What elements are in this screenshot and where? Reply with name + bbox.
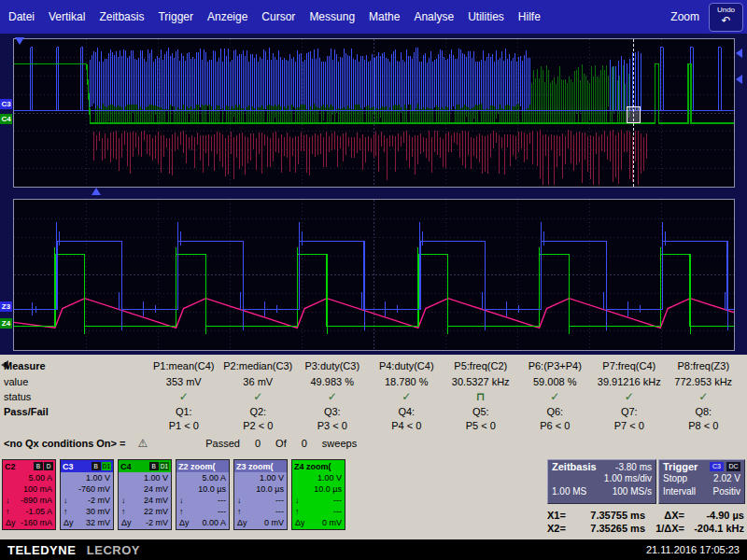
descriptor-c4[interactable]: C4BD11.00 V24 mV↓24 mV↑22 mVΔy-2 mV <box>118 459 172 530</box>
timebase-title: Zeitbasis <box>552 461 597 472</box>
trigger-mode: Stopp <box>663 472 687 485</box>
measure-condition-p5[interactable]: P5 < 0 <box>444 420 518 431</box>
measure-status-p5: ⊓ <box>444 390 518 403</box>
descriptor-row-value: 1.00 V <box>260 472 284 483</box>
descriptor-row-value: -1.05 A <box>25 506 52 517</box>
descriptor-row-value: -890 mA <box>21 495 52 506</box>
menu-item-hilfe[interactable]: Hilfe <box>518 10 541 23</box>
measure-condition-p7[interactable]: P7 < 0 <box>592 420 667 431</box>
measure-q-p4[interactable]: Q4: <box>370 406 444 417</box>
descriptor-title: C3 <box>63 462 74 471</box>
trigger-position-marker[interactable] <box>92 188 101 195</box>
descriptor-row-value: -2 mV <box>146 517 168 528</box>
cursor-marker[interactable] <box>627 106 641 123</box>
descriptor-z4[interactable]: Z4 zoom(1.00 V10.0 µs↓---↑---Δy0 mV <box>291 459 345 530</box>
measure-value-p6: 59.008 % <box>518 376 593 387</box>
descriptor-row-value: -160 mA <box>21 517 52 528</box>
x1-value: 7.35755 ms <box>575 510 645 521</box>
measure-param-p8[interactable]: P8:freq(Z3) <box>667 360 741 371</box>
descriptor-row-value: 24 mV <box>144 495 168 506</box>
inv-dx-value: -204.1 kHz <box>684 523 744 534</box>
warning-icon: ⚠ <box>138 437 148 450</box>
trigger-descriptor[interactable]: Trigger C3 DC Stopp 2.02 V Intervall Pos… <box>658 459 745 504</box>
measure-param-p2[interactable]: P2:median(C3) <box>221 360 296 371</box>
descriptor-row-value: 24 mV <box>144 483 168 495</box>
timebase-samples: 1.00 MS <box>552 485 586 498</box>
descriptor-c3[interactable]: C3BD11.00 V-760 mV↓-2 mV↑30 mVΔy32 mV <box>60 459 114 530</box>
measure-q-p8[interactable]: Q8: <box>667 406 741 417</box>
trigger-delay-marker[interactable] <box>15 37 24 45</box>
measure-condition-p4[interactable]: P4 < 0 <box>370 420 444 431</box>
measure-param-p5[interactable]: P5:freq(C2) <box>444 360 518 371</box>
descriptor-c2[interactable]: C2BD5.00 A100 mA↓-890 mA↑-1.05 AΔy-160 m… <box>2 459 56 530</box>
measure-condition-p1[interactable]: P1 < 0 <box>147 420 221 431</box>
measure-param-p6[interactable]: P6:(P3+P4) <box>518 360 593 371</box>
trigger-coupling-badge: DC <box>726 462 740 471</box>
menu-item-utilities[interactable]: Utilities <box>468 10 504 23</box>
zoom-graticule[interactable] <box>13 199 735 351</box>
channel-tag-z4[interactable]: Z4 <box>0 318 12 329</box>
menu-bar: DateiVertikalZeitbasisTriggerAnzeigeCurs… <box>0 0 747 34</box>
descriptor-row-label: ↓ <box>121 495 126 506</box>
channel-level-marker[interactable] <box>736 75 742 84</box>
menu-item-zeitbasis[interactable]: Zeitbasis <box>99 10 144 23</box>
descriptor-row-label: ↑ <box>63 506 68 517</box>
menu-item-anzeige[interactable]: Anzeige <box>207 10 247 23</box>
descriptor-row-value: 10.0 µs <box>314 483 342 495</box>
menu-item-cursor[interactable]: Cursor <box>261 10 295 23</box>
measure-param-p3[interactable]: P3:duty(C3) <box>295 360 370 371</box>
descriptor-row-value: --- <box>333 506 342 517</box>
menu-item-vertikal[interactable]: Vertikal <box>49 10 85 23</box>
measure-param-p1[interactable]: P1:mean(C4) <box>147 360 221 371</box>
timebase-descriptor[interactable]: Zeitbasis -3.80 ms 1.00 ms/div 1.00 MS 1… <box>547 459 656 504</box>
descriptor-row-value: -760 mV <box>78 483 110 495</box>
descriptor-z2[interactable]: Z2 zoom(5.00 A10.0 µs↓---↑---Δy0.00 A <box>176 459 230 530</box>
descriptor-z3[interactable]: Z3 zoom(1.00 V10.0 µs↓---↑---Δy0 mV <box>233 459 288 530</box>
brand-lecroy: LECROY <box>87 543 140 557</box>
descriptor-row-label: ↓ <box>63 495 68 506</box>
measure-condition-p8[interactable]: P8 < 0 <box>667 420 741 431</box>
undo-icon: ↶ <box>721 15 730 27</box>
descriptor-row-value: 1.00 V <box>86 472 110 483</box>
passfail-summary: <no Qx conditions On> = ⚠ Passed 0 Of 0 … <box>4 435 743 452</box>
channel-tag-c3[interactable]: C3 <box>0 99 12 109</box>
measure-q-p5[interactable]: Q5: <box>444 406 518 417</box>
descriptor-badge: B <box>149 462 159 470</box>
top-graticule[interactable] <box>13 38 735 188</box>
inv-dx-label: 1/ΔX= <box>645 523 684 534</box>
channel-tag-c4[interactable]: C4 <box>0 114 12 124</box>
measure-q-p2[interactable]: Q2: <box>221 406 296 417</box>
descriptor-title: Z2 zoom( <box>178 462 216 471</box>
measure-param-p4[interactable]: P4:duty(C4) <box>370 360 444 371</box>
trigger-level-marker[interactable] <box>736 49 742 58</box>
channel-tag-z3[interactable]: Z3 <box>0 301 12 312</box>
descriptor-row-label: ↑ <box>295 506 300 517</box>
measure-row-q: Pass/FailQ1:Q2:Q3:Q4:Q5:Q6:Q7:Q8: <box>2 404 745 418</box>
menu-item-datei[interactable]: Datei <box>8 10 35 23</box>
timebase-offset: -3.80 ms <box>615 462 652 472</box>
measure-condition-p3[interactable]: P3 < 0 <box>295 420 370 431</box>
measure-param-p7[interactable]: P7:freq(C4) <box>592 360 667 371</box>
measure-panel: MeasureP1:mean(C4)P2:median(C3)P3:duty(C… <box>0 355 747 457</box>
undo-button[interactable]: Undo ↶ <box>709 3 743 32</box>
descriptor-badge: D1 <box>160 462 169 470</box>
measure-condition-p2[interactable]: P2 < 0 <box>221 420 296 431</box>
descriptor-row-label: Δy <box>295 517 305 528</box>
measure-q-p6[interactable]: Q6: <box>518 406 593 417</box>
descriptor-row-label: ↑ <box>6 506 10 517</box>
descriptor-row-label: Δy <box>121 517 132 528</box>
menu-items: DateiVertikalZeitbasisTriggerAnzeigeCurs… <box>0 10 541 23</box>
menu-item-trigger[interactable]: Trigger <box>158 10 193 23</box>
menu-item-analyse[interactable]: Analyse <box>414 10 454 23</box>
measure-q-p3[interactable]: Q3: <box>295 406 370 417</box>
measure-q-p7[interactable]: Q7: <box>592 406 667 417</box>
descriptor-row-value: 0 mV <box>322 517 342 528</box>
measure-status-p1: ✓ <box>147 390 221 403</box>
measure-condition-p6[interactable]: P6 < 0 <box>518 420 593 431</box>
measure-row-label-value: value <box>2 376 147 387</box>
menu-item-mathe[interactable]: Mathe <box>369 10 400 23</box>
menu-item-messung[interactable]: Messung <box>309 10 355 23</box>
descriptor-row-value: 100 mA <box>23 483 52 495</box>
measure-q-p1[interactable]: Q1: <box>147 406 221 417</box>
zoom-menu[interactable]: Zoom <box>670 10 699 23</box>
